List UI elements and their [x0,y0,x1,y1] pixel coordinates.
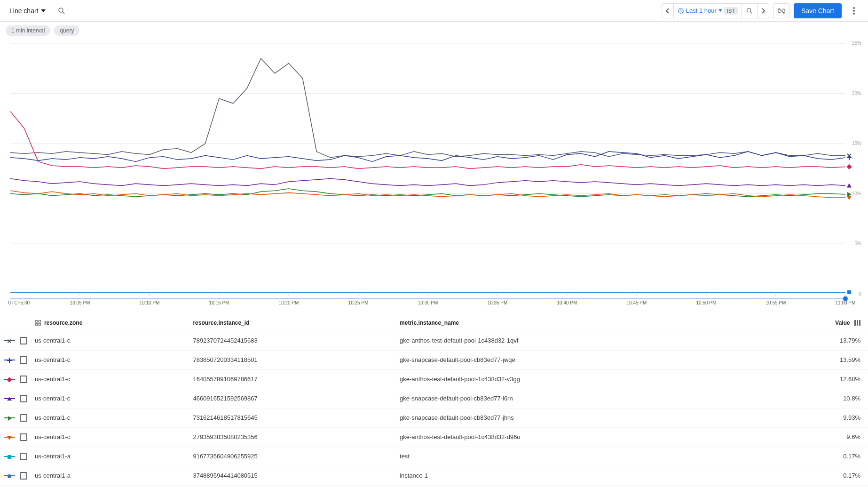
cell-instance-name: test [396,447,763,466]
svg-text:15%: 15% [852,141,861,146]
cell-instance-name: gke-anthos-test-default-pool-1c438d32-d9… [396,427,763,447]
chevron-left-icon [666,8,670,14]
cell-zone: us-central1-c [31,331,189,350]
cell-zone: us-central1-c [31,408,189,427]
svg-text:10:45 PM: 10:45 PM [627,300,647,305]
cell-instance-id: 7892370724452415683 [189,331,396,350]
more-button[interactable] [845,2,862,19]
cell-instance-name: gke-anthos-test-default-pool-1c438d32-1q… [396,331,763,350]
chevron-right-icon [761,8,765,14]
svg-text:10%: 10% [852,191,861,196]
cell-value: 9.93% [763,408,868,427]
cell-instance-id: 2793593835080235356 [189,427,396,447]
svg-text:0: 0 [859,291,861,296]
time-next-button[interactable] [758,4,769,18]
cell-value: 13.59% [763,350,868,369]
cell-instance-name: gke-snapcase-default-pool-cb83ed77-jhns [396,408,763,427]
table-row[interactable]: us-central1-c7316214618517815645gke-snap… [0,408,868,427]
cell-zone: us-central1-c [31,389,189,408]
svg-text:10:40 PM: 10:40 PM [557,300,577,305]
table-row[interactable]: us-central1-c7838507200334118501gke-snap… [0,350,868,369]
svg-point-6 [853,7,855,9]
cell-zone: us-central1-c [31,427,189,447]
interval-chip[interactable]: 1 min interval [6,25,50,36]
time-prev-button[interactable] [662,4,674,18]
cell-instance-name: gke-snapcase-default-pool-cb83ed77-l6rn [396,389,763,408]
chip-row: 1 min interval query [0,22,868,40]
svg-text:20%: 20% [852,91,861,96]
cell-instance-id: 3748895944414080515 [189,466,396,485]
toolbar: Line chart Last 1 hour IST Save Chart [0,0,868,22]
col-instance-id[interactable]: resource.instance_id [189,315,396,331]
cell-value: 12.68% [763,369,868,389]
svg-marker-53 [847,196,852,200]
time-range-selector[interactable]: Last 1 hour IST [674,4,742,18]
zoom-button[interactable] [742,4,758,18]
cell-value: 9.6% [763,427,868,447]
cell-instance-name: gke-anthos-test-default-pool-1c438d32-v3… [396,369,763,389]
svg-text:10:35 PM: 10:35 PM [488,300,508,305]
cell-value: 13.79% [763,331,868,350]
unlink-icon [777,7,786,15]
series-checkbox[interactable] [20,414,27,422]
table-row[interactable]: us-central1-c1640557891069786617gke-anth… [0,369,868,389]
svg-text:10:10 PM: 10:10 PM [140,300,160,305]
table-row[interactable]: us-central1-c4660916521592569867gke-snap… [0,389,868,408]
save-chart-button[interactable]: Save Chart [794,3,842,18]
svg-text:10:50 PM: 10:50 PM [696,300,717,305]
svg-rect-60 [36,323,38,325]
clock-icon [678,8,684,14]
col-instance-name[interactable]: metric.instance_name [396,315,763,331]
table-row[interactable]: us-central1-c7892370724452415683gke-anth… [0,331,868,350]
cell-zone: us-central1-c [31,350,189,369]
col-zone[interactable]: resource.zone [44,320,82,326]
svg-text:10:25 PM: 10:25 PM [348,300,369,305]
svg-rect-58 [36,320,38,322]
svg-text:10:30 PM: 10:30 PM [418,300,438,305]
svg-point-8 [853,13,855,15]
cell-value: 0.17% [763,447,868,466]
col-value[interactable]: Value [835,320,850,326]
series-checkbox[interactable] [20,433,27,441]
chart-type-selector[interactable]: Line chart [6,4,49,17]
table-row[interactable]: us-central1-a3748895944414080515instance… [0,466,868,485]
svg-point-0 [59,8,63,12]
zoom-icon [746,7,753,15]
cell-instance-id: 4660916521592569867 [189,389,396,408]
legend-header-row: resource.zone resource.instance_id metri… [0,315,868,331]
cell-instance-id: 7838507200334118501 [189,350,396,369]
svg-line-1 [63,12,65,14]
series-checkbox[interactable] [20,356,27,364]
cell-value: 10.8% [763,389,868,408]
series-checkbox[interactable] [20,395,27,402]
cell-instance-name: gke-snapcase-default-pool-cb83ed77-jwqe [396,350,763,369]
svg-text:25%: 25% [852,40,861,46]
legend-table: resource.zone resource.instance_id metri… [0,315,868,486]
svg-text:10:15 PM: 10:15 PM [209,300,229,305]
query-chip[interactable]: query [54,25,79,36]
cell-instance-id: 1640557891069786617 [189,369,396,389]
line-chart-svg: 05%10%15%20%25%UTC+5:3010:05 PM10:10 PM1… [6,40,862,313]
cell-instance-name: instance-1 [396,466,763,485]
svg-text:UTC+5:30: UTC+5:30 [8,300,30,305]
svg-point-3 [747,8,751,12]
cell-zone: us-central1-a [31,447,189,466]
search-button[interactable] [53,2,70,19]
svg-point-55 [847,290,851,294]
more-vert-icon [853,7,855,15]
chart-area[interactable]: 05%10%15%20%25%UTC+5:3010:05 PM10:10 PM1… [0,40,868,313]
table-row[interactable]: us-central1-c2793593835080235356gke-anth… [0,427,868,447]
series-checkbox[interactable] [20,376,27,383]
series-checkbox[interactable] [20,453,27,460]
svg-text:10:05 PM: 10:05 PM [70,300,90,305]
unlink-button[interactable] [773,3,790,18]
caret-down-icon [41,9,46,12]
table-row[interactable]: us-central1-a9167735604906255925test0.17… [0,447,868,466]
series-checkbox[interactable] [20,472,27,480]
svg-rect-61 [39,323,40,325]
series-checkbox[interactable] [20,337,27,344]
chart-type-label: Line chart [9,7,38,15]
columns-icon[interactable] [854,320,860,326]
svg-marker-51 [847,184,852,188]
caret-down-icon [718,9,722,12]
